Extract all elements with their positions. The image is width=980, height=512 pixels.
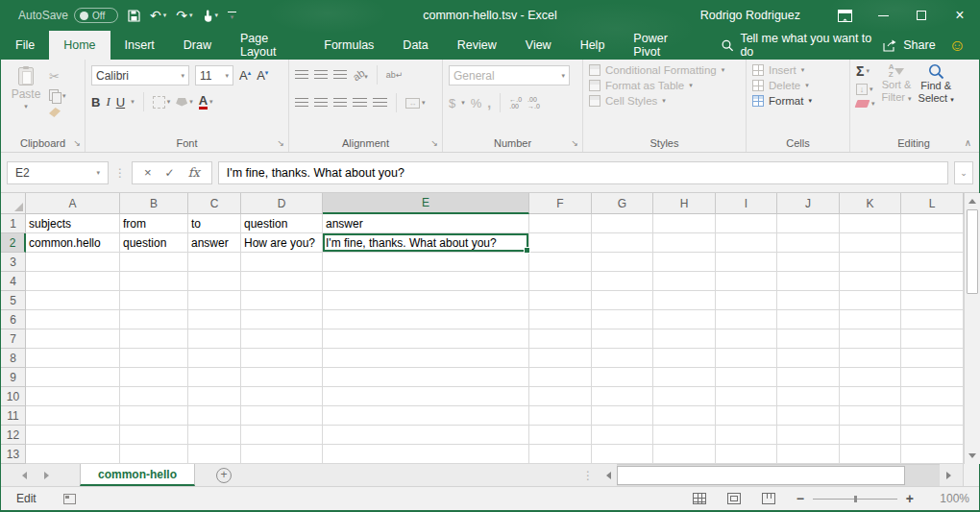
- cancel-button[interactable]: ×: [144, 165, 152, 180]
- cell-C10[interactable]: [188, 387, 241, 406]
- cell-D12[interactable]: [241, 426, 323, 445]
- scroll-left-button[interactable]: [600, 464, 617, 486]
- cell-D11[interactable]: [241, 406, 323, 426]
- cell-L1[interactable]: [901, 214, 964, 233]
- cell-K5[interactable]: [840, 291, 901, 310]
- tab-page-layout[interactable]: Page Layout: [226, 31, 309, 60]
- tab-home[interactable]: Home: [49, 31, 110, 60]
- font-color-button[interactable]: A▾: [199, 94, 213, 110]
- cell-B8[interactable]: [120, 349, 188, 368]
- macro-record-icon[interactable]: [63, 494, 76, 504]
- normal-view-button[interactable]: [693, 493, 706, 504]
- column-header-J[interactable]: J: [777, 193, 840, 214]
- zoom-slider-thumb[interactable]: [854, 496, 857, 502]
- row-header-12[interactable]: 12: [1, 426, 26, 445]
- row-header-2[interactable]: 2: [1, 233, 26, 253]
- column-header-B[interactable]: B: [120, 193, 188, 214]
- cell-A13[interactable]: [26, 445, 120, 464]
- minimize-button[interactable]: [864, 0, 902, 31]
- cell-A2[interactable]: common.hello: [26, 233, 120, 253]
- font-dialog-launcher[interactable]: ↘: [277, 139, 284, 148]
- name-box[interactable]: E2 ▾: [7, 161, 109, 184]
- percent-style-button[interactable]: %: [471, 96, 482, 110]
- cell-K11[interactable]: [840, 406, 901, 426]
- cell-A9[interactable]: [26, 368, 120, 387]
- sort-filter-button[interactable]: AZ Sort & Filter ▾: [882, 63, 912, 134]
- redo-button[interactable]: ↷▾: [176, 8, 192, 23]
- cell-C8[interactable]: [188, 349, 241, 368]
- cell-C7[interactable]: [188, 329, 241, 349]
- cell-I13[interactable]: [716, 445, 777, 464]
- cell-K2[interactable]: [840, 233, 901, 253]
- cell-L9[interactable]: [901, 368, 964, 387]
- insert-cells-button[interactable]: Insert▾: [752, 64, 844, 76]
- cell-E10[interactable]: [323, 387, 529, 406]
- cell-B13[interactable]: [120, 445, 188, 464]
- cell-K7[interactable]: [840, 329, 901, 349]
- cell-F7[interactable]: [529, 329, 592, 349]
- scroll-right-button[interactable]: [940, 464, 957, 486]
- paste-button[interactable]: Paste ▾: [7, 65, 45, 134]
- autosave-pill[interactable]: Off: [74, 8, 118, 23]
- feedback-smiley-icon[interactable]: ☺: [949, 31, 966, 60]
- cell-H10[interactable]: [653, 387, 716, 406]
- new-sheet-button[interactable]: +: [216, 468, 232, 483]
- cell-D8[interactable]: [241, 349, 323, 368]
- cell-J4[interactable]: [777, 272, 840, 291]
- cell-E12[interactable]: [323, 426, 529, 445]
- cell-B12[interactable]: [120, 426, 188, 445]
- tab-view[interactable]: View: [511, 31, 566, 60]
- cell-L12[interactable]: [901, 426, 964, 445]
- underline-button[interactable]: U: [116, 95, 125, 110]
- font-name-select[interactable]: Calibri▾: [91, 65, 189, 85]
- clipboard-dialog-launcher[interactable]: ↘: [73, 139, 81, 148]
- align-top-button[interactable]: [295, 70, 308, 80]
- number-format-select[interactable]: General▾: [449, 65, 570, 85]
- align-left-button[interactable]: [295, 98, 308, 108]
- cell-L7[interactable]: [901, 329, 964, 349]
- cell-B11[interactable]: [120, 406, 188, 426]
- row-header-9[interactable]: 9: [1, 368, 26, 387]
- row-header-6[interactable]: 6: [1, 310, 26, 329]
- copy-button[interactable]: ▾: [49, 89, 66, 102]
- cell-A4[interactable]: [26, 272, 120, 291]
- increase-decimal-button[interactable]: ←.0.00: [509, 96, 522, 110]
- cell-H2[interactable]: [653, 233, 716, 253]
- cell-J6[interactable]: [777, 310, 840, 329]
- cell-A6[interactable]: [26, 310, 120, 329]
- cell-L6[interactable]: [901, 310, 964, 329]
- cell-K4[interactable]: [840, 272, 901, 291]
- scroll-up-button[interactable]: [965, 193, 980, 209]
- cell-I11[interactable]: [716, 406, 777, 426]
- autosave-toggle[interactable]: AutoSave Off: [18, 8, 118, 23]
- cell-E4[interactable]: [323, 272, 529, 291]
- collapse-ribbon-button[interactable]: ∧: [965, 137, 971, 148]
- cell-J3[interactable]: [777, 253, 840, 272]
- user-name[interactable]: Rodrigo Rodriguez: [700, 9, 800, 22]
- cell-H3[interactable]: [653, 253, 716, 272]
- touch-mouse-mode-button[interactable]: ▾: [203, 10, 219, 22]
- cell-J5[interactable]: [777, 291, 840, 310]
- cell-F6[interactable]: [529, 310, 592, 329]
- cell-D3[interactable]: [241, 253, 323, 272]
- cell-F5[interactable]: [529, 291, 592, 310]
- cell-I12[interactable]: [716, 426, 777, 445]
- cell-G12[interactable]: [592, 426, 653, 445]
- cell-B5[interactable]: [120, 291, 188, 310]
- cell-D1[interactable]: question: [241, 214, 323, 233]
- cell-K10[interactable]: [840, 387, 901, 406]
- cell-K1[interactable]: [840, 214, 901, 233]
- alignment-dialog-launcher[interactable]: ↘: [430, 139, 438, 148]
- cell-L13[interactable]: [901, 445, 964, 464]
- cell-styles-button[interactable]: Cell Styles▾: [589, 95, 740, 107]
- cell-I7[interactable]: [716, 329, 777, 349]
- cell-F11[interactable]: [529, 406, 592, 426]
- bold-button[interactable]: B: [91, 95, 100, 110]
- align-center-button[interactable]: [314, 98, 328, 108]
- row-header-4[interactable]: 4: [1, 272, 26, 291]
- cell-C1[interactable]: to: [188, 214, 241, 233]
- decrease-font-size-button[interactable]: A▾: [257, 68, 268, 83]
- horizontal-scrollbar[interactable]: [600, 464, 957, 486]
- cell-G4[interactable]: [592, 272, 653, 291]
- previous-sheet-button[interactable]: [22, 472, 27, 479]
